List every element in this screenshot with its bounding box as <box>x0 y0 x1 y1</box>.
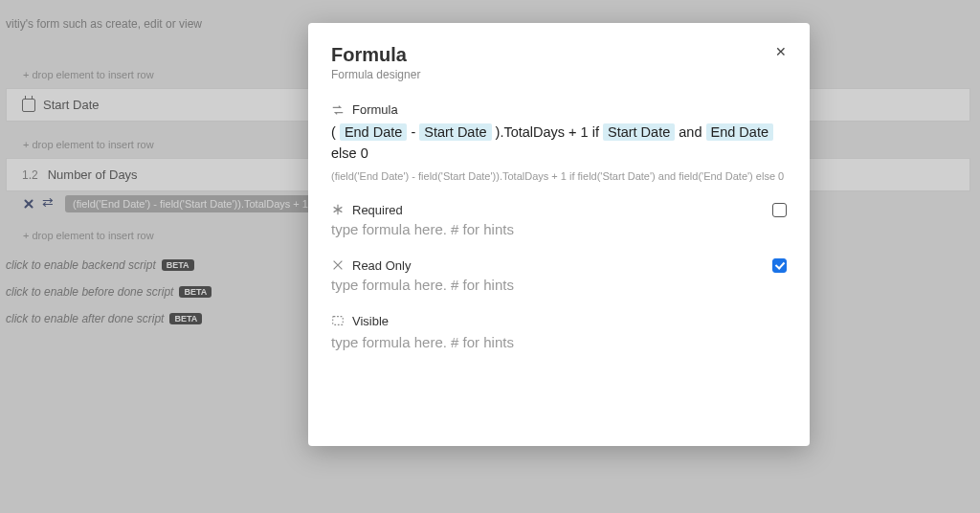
section-readonly: Read Only type formula here. # for hints <box>331 258 787 293</box>
formula-text: ).TotalDays + 1 if <box>496 124 603 140</box>
formula-text: and <box>679 124 705 140</box>
formula-modal: ✕ Formula Formula designer Formula ( End… <box>308 23 810 446</box>
formula-display[interactable]: ( End Date - Start Date ).TotalDays + 1 … <box>331 123 787 165</box>
readonly-checkbox[interactable] <box>772 258 787 273</box>
asterisk-icon <box>331 203 345 216</box>
formula-text: - <box>411 124 419 140</box>
modal-subtitle: Formula designer <box>331 68 787 81</box>
token-start-date[interactable]: Start Date <box>419 123 491 141</box>
token-end-date-2[interactable]: End Date <box>706 123 773 141</box>
formula-raw: (field('End Date') - field('Start Date')… <box>331 170 787 182</box>
token-end-date[interactable]: End Date <box>340 123 407 141</box>
visible-icon <box>331 314 345 327</box>
formula-text: ( <box>331 124 336 140</box>
visible-input[interactable]: type formula here. # for hints <box>331 334 787 350</box>
required-checkbox[interactable] <box>772 203 787 217</box>
section-required: Required type formula here. # for hints <box>331 203 787 237</box>
close-button[interactable]: ✕ <box>769 40 792 63</box>
section-visible: Visible type formula here. # for hints <box>331 314 787 350</box>
required-label: Required <box>352 203 403 217</box>
visible-label: Visible <box>352 314 389 328</box>
required-input[interactable]: type formula here. # for hints <box>331 221 787 237</box>
flow-icon <box>331 103 345 117</box>
formula-label: Formula <box>352 102 398 117</box>
readonly-label: Read Only <box>352 258 411 273</box>
token-start-date-2[interactable]: Start Date <box>603 123 675 141</box>
tools-icon <box>331 258 345 272</box>
svg-rect-0 <box>333 317 344 325</box>
readonly-input[interactable]: type formula here. # for hints <box>331 277 787 293</box>
modal-title: Formula <box>331 44 787 66</box>
formula-text: else 0 <box>331 145 368 161</box>
section-formula: Formula ( End Date - Start Date ).TotalD… <box>331 102 787 182</box>
